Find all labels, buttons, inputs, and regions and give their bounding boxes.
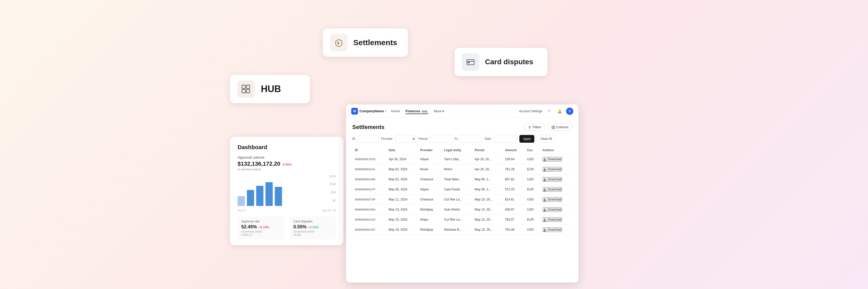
- col-period: Period: [472, 146, 502, 154]
- cell-action: Download: [540, 225, 572, 235]
- approval-volume-change: -9.56%: [282, 163, 291, 166]
- download-icon: [543, 218, 547, 221]
- clear-button[interactable]: Clear All: [537, 135, 555, 143]
- disputes-feature-card[interactable]: Card disputes: [455, 48, 548, 76]
- download-button[interactable]: Download: [542, 217, 562, 222]
- svg-rect-3: [246, 90, 250, 93]
- cell-id: 00000000GSYP: [352, 185, 386, 195]
- columns-label: Columns: [556, 125, 568, 129]
- approval-rate-sub: vs previous period: [241, 230, 280, 233]
- header-actions: Filters Columns: [524, 124, 572, 131]
- download-button[interactable]: Download: [542, 167, 562, 171]
- nav-home[interactable]: Home: [391, 108, 400, 114]
- columns-button[interactable]: Columns: [548, 124, 572, 131]
- x-label-1: Sep 21: [238, 209, 246, 212]
- cell-action: Download: [540, 164, 572, 174]
- table-body: 00000000JAYB Apr 30, 2024 Adyen Tam's St…: [352, 154, 572, 235]
- cell-currency: USD: [525, 225, 540, 235]
- cell-date: May 05, 2024: [386, 185, 417, 195]
- cell-amount: 761.28: [502, 164, 525, 174]
- approval-rate-label: Approval rate: [241, 220, 280, 223]
- download-label: Download: [548, 178, 561, 181]
- download-button[interactable]: Download: [542, 197, 562, 202]
- download-label: Download: [548, 188, 561, 191]
- card-disputes-count: 18,382: [293, 233, 332, 236]
- nav-company-name: CompanyName: [360, 109, 384, 113]
- svg-rect-11: [552, 126, 553, 129]
- hub-card[interactable]: HUB: [230, 75, 310, 103]
- filters-button[interactable]: Filters: [524, 124, 545, 131]
- period-start-input[interactable]: [430, 135, 453, 143]
- cell-id: 00000000GSWH: [352, 174, 386, 185]
- hub-icon: [241, 84, 251, 94]
- period-filter-label: Period: [418, 137, 428, 141]
- bottom-metrics: Approval rate 52.45% +4.18% vs previous …: [238, 217, 336, 239]
- filter-row: ID Provider Period To Date Apply Clear A…: [352, 135, 572, 143]
- table-header: ID Date Provider Legal entity Period Amo…: [352, 146, 572, 154]
- id-filter-input[interactable]: [358, 135, 379, 143]
- settlements-feature-card[interactable]: $ Settlements: [323, 28, 408, 57]
- download-label: Download: [548, 157, 561, 161]
- nav-more[interactable]: More ▾: [434, 108, 444, 114]
- cell-period: Apr 26, 20...: [472, 154, 502, 164]
- col-date: Date: [386, 146, 417, 154]
- cell-amount: 754.48: [502, 225, 525, 235]
- x-label-2: Sep 19 - 22: [322, 209, 336, 212]
- cell-legal: Total Netw...: [441, 174, 472, 185]
- finances-badge: beta: [421, 110, 429, 113]
- apply-button[interactable]: Apply: [519, 135, 534, 143]
- cell-date: May 02, 2024: [386, 174, 417, 185]
- settlements-table: ID Date Provider Legal entity Period Amo…: [352, 146, 572, 235]
- cell-amount: 438.97: [502, 204, 525, 215]
- download-label: Download: [548, 218, 561, 221]
- cell-legal: Cut Rite La...: [441, 195, 472, 204]
- approval-volume-label: Approval volume: [238, 155, 336, 159]
- cell-amount: 783.57: [502, 215, 525, 225]
- cell-action: Download: [540, 154, 572, 164]
- table-row: 00000000G42D May 15, 2024 Stripe Cut Rit…: [352, 215, 572, 225]
- nav-finances[interactable]: Financesbeta: [405, 108, 428, 114]
- download-button[interactable]: Download: [542, 187, 562, 192]
- app-window: M CompanyName ▾ Home Financesbeta More ▾…: [346, 104, 579, 283]
- cell-provider: Adyen: [417, 154, 442, 164]
- cell-id: 00000000G46Q: [352, 204, 386, 215]
- provider-filter-select[interactable]: [395, 135, 416, 143]
- bell-icon-btn[interactable]: 🔔: [556, 107, 563, 115]
- approval-rate-metric: Approval rate 52.45% +4.18% vs previous …: [238, 217, 284, 239]
- filters-label: Filters: [533, 125, 541, 129]
- card-disputes-change: +0.03%: [308, 226, 319, 229]
- col-provider: Provider: [417, 146, 442, 154]
- col-amount: Amount: [502, 146, 525, 154]
- cell-legal: Rink's: [441, 164, 472, 174]
- cell-provider: Stripe: [417, 215, 442, 225]
- period-end-input[interactable]: [459, 135, 482, 143]
- card-disputes-sub: vs previous period: [293, 230, 332, 233]
- help-icon-btn[interactable]: ?: [546, 107, 553, 115]
- cell-period: May 14, 20...: [472, 215, 502, 225]
- cell-id: 00000000G42D: [352, 215, 386, 225]
- cell-id: 00000000EZAF: [352, 225, 386, 235]
- cell-id: 00000000GSUG: [352, 164, 386, 174]
- download-button[interactable]: Download: [542, 157, 562, 162]
- cell-period: May 06, 2...: [472, 185, 502, 195]
- cell-date: May 13, 2024: [386, 204, 417, 215]
- svg-rect-1: [246, 85, 250, 89]
- download-button[interactable]: Download: [542, 177, 562, 182]
- disputes-feature-label: Card disputes: [485, 58, 533, 66]
- cell-provider: Worldpay: [417, 225, 442, 235]
- cell-action: Download: [540, 215, 572, 225]
- cell-currency: USD: [525, 174, 540, 185]
- id-filter-label: ID: [352, 137, 355, 141]
- approval-rate-change: +4.18%: [258, 226, 269, 229]
- cell-legal: Auto Works: [441, 204, 472, 215]
- download-button[interactable]: Download: [542, 227, 562, 232]
- col-legal: Legal entity: [441, 146, 472, 154]
- date-filter-input[interactable]: [494, 135, 517, 143]
- user-avatar[interactable]: S: [566, 107, 573, 115]
- dashboard-card: Dashboard Approval volume $132,136,172.2…: [230, 137, 343, 245]
- hub-label: HUB: [261, 84, 281, 94]
- approval-volume-value: $132,136,172.20: [238, 160, 280, 167]
- account-settings-link[interactable]: Account Settings: [519, 109, 542, 113]
- download-button[interactable]: Download: [542, 207, 562, 212]
- bar-3: [256, 186, 264, 206]
